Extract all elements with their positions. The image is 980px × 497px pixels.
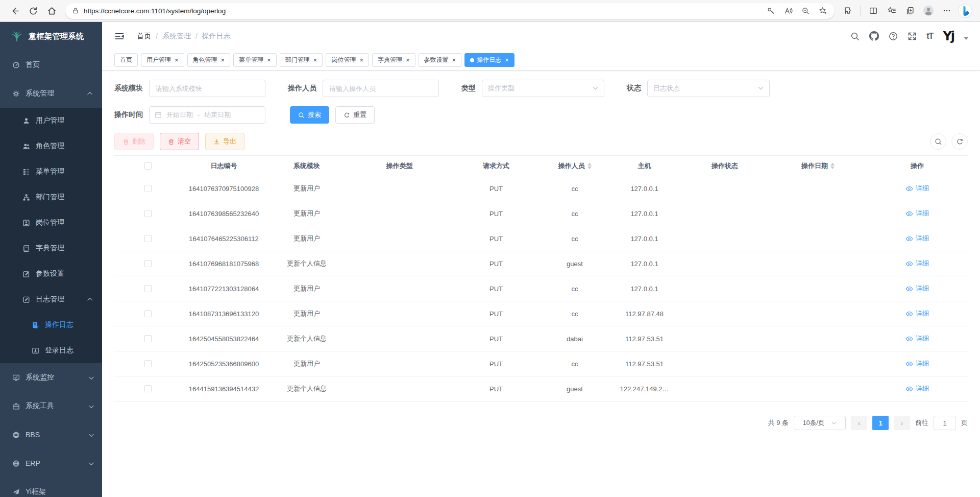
tab-部门管理[interactable]: 部门管理×	[280, 53, 323, 67]
detail-link-label: 详细	[916, 284, 929, 293]
row-checkbox[interactable]	[144, 285, 152, 292]
clear-button[interactable]: 清空	[160, 133, 199, 150]
sidebar-item-menu-mgmt[interactable]: 菜单管理	[0, 159, 102, 184]
profile-button[interactable]	[920, 3, 937, 19]
row-checkbox[interactable]	[144, 210, 152, 217]
back-button[interactable]	[6, 3, 23, 19]
sort-caret-icon[interactable]	[587, 163, 592, 169]
settings-more-button[interactable]	[938, 3, 955, 19]
detail-link[interactable]: 详细	[905, 309, 929, 318]
tab-用户管理[interactable]: 用户管理×	[141, 53, 184, 67]
tab-角色管理[interactable]: 角色管理×	[187, 53, 231, 67]
favorites-bar-button[interactable]	[883, 3, 900, 19]
close-icon[interactable]: ×	[359, 57, 363, 63]
sidebar-item-param-settings[interactable]: 参数设置	[0, 261, 102, 287]
collections-button[interactable]	[901, 3, 919, 19]
toggle-search-button[interactable]	[930, 133, 946, 150]
operator-input[interactable]	[323, 80, 439, 97]
close-icon[interactable]: ×	[452, 57, 456, 63]
next-page-button[interactable]: ›	[894, 416, 910, 430]
zoom-out-button[interactable]	[798, 4, 813, 18]
sidebar-item-bbs[interactable]: BBS	[0, 420, 102, 449]
detail-link[interactable]: 详细	[905, 209, 929, 218]
status-select[interactable]: 日志状态	[647, 80, 770, 97]
sidebar-item-system-monitor[interactable]: 系统监控	[0, 363, 102, 392]
read-aloud-button[interactable]	[780, 4, 796, 18]
app-logo[interactable]: 意框架管理系统	[0, 22, 102, 51]
row-checkbox[interactable]	[144, 335, 152, 342]
sidebar-item-yi-framework[interactable]: Yi框架	[0, 478, 102, 497]
tab-操作日志[interactable]: 操作日志×	[464, 53, 514, 67]
sidebar-item-system-mgmt[interactable]: 系统管理	[0, 79, 102, 108]
sidebar-item-home[interactable]: 首页	[0, 51, 102, 79]
font-size-button[interactable]: tT	[926, 32, 933, 41]
sidebar-item-log-mgmt[interactable]: 日志管理	[0, 287, 102, 312]
tab-参数设置[interactable]: 参数设置×	[419, 53, 462, 67]
sidebar-item-login-log[interactable]: 登录日志	[0, 338, 102, 363]
extensions-button[interactable]	[840, 3, 857, 19]
type-select[interactable]: 操作类型	[482, 80, 604, 97]
page-size-select[interactable]: 10条/页	[794, 416, 846, 430]
user-menu-caret-icon[interactable]	[964, 37, 969, 40]
reset-button[interactable]: 重置	[335, 106, 375, 124]
column-header-操作日期[interactable]: 操作日期	[769, 161, 867, 171]
refresh-button[interactable]	[24, 3, 42, 19]
tab-岗位管理[interactable]: 岗位管理×	[326, 53, 369, 67]
tab-首页[interactable]: 首页	[114, 53, 138, 67]
module-input[interactable]	[149, 80, 265, 97]
password-button[interactable]	[763, 4, 778, 18]
tab-菜单管理[interactable]: 菜单管理×	[233, 53, 277, 67]
sidebar-item-erp[interactable]: ERP	[0, 449, 102, 478]
page-1-button[interactable]: 1	[872, 416, 889, 430]
detail-link[interactable]: 详细	[905, 234, 929, 243]
home-button[interactable]	[43, 3, 60, 19]
close-icon[interactable]: ×	[221, 57, 225, 63]
sidebar-item-oper-log[interactable]: 操作日志	[0, 312, 102, 338]
detail-link[interactable]: 详细	[905, 334, 929, 343]
close-icon[interactable]: ×	[267, 57, 271, 63]
detail-link[interactable]: 详细	[905, 259, 929, 268]
sidebar-item-dict-mgmt[interactable]: 字典管理	[0, 235, 102, 261]
detail-link[interactable]: 详细	[905, 184, 929, 193]
favorite-add-button[interactable]	[815, 4, 830, 18]
detail-link[interactable]: 详细	[905, 384, 929, 393]
sidebar-collapse-button[interactable]	[114, 31, 125, 41]
header-search-button[interactable]	[850, 32, 860, 41]
row-checkbox[interactable]	[144, 260, 152, 267]
date-range-picker[interactable]: 开始日期 - 结束日期	[149, 106, 265, 124]
bing-chat-button[interactable]	[957, 3, 974, 19]
help-button[interactable]	[889, 32, 898, 41]
column-header-操作人员[interactable]: 操作人员	[541, 161, 608, 171]
refresh-table-button[interactable]	[951, 133, 968, 150]
detail-link[interactable]: 详细	[905, 359, 929, 368]
row-checkbox[interactable]	[144, 235, 152, 242]
close-icon[interactable]: ×	[313, 57, 317, 63]
split-screen-button[interactable]	[865, 3, 882, 19]
sidebar-item-post-mgmt[interactable]: 岗位管理	[0, 210, 102, 235]
row-checkbox[interactable]	[144, 385, 152, 392]
breadcrumb-home[interactable]: 首页	[137, 32, 151, 41]
close-icon[interactable]: ×	[175, 57, 179, 63]
delete-button[interactable]: 删除	[114, 133, 154, 150]
close-icon[interactable]: ×	[406, 57, 410, 63]
export-button[interactable]: 导出	[205, 133, 244, 150]
fullscreen-button[interactable]	[908, 32, 917, 41]
github-button[interactable]	[869, 31, 879, 41]
sidebar-item-role-mgmt[interactable]: 角色管理	[0, 133, 102, 159]
close-icon[interactable]: ×	[505, 57, 509, 63]
row-checkbox[interactable]	[144, 360, 152, 367]
detail-link[interactable]: 详细	[905, 284, 929, 293]
row-checkbox[interactable]	[144, 185, 152, 192]
sidebar-item-dept-mgmt[interactable]: 部门管理	[0, 184, 102, 210]
address-bar[interactable]: https://ccnetcore.com:1101/system/log/op…	[65, 3, 835, 19]
prev-page-button[interactable]: ‹	[851, 416, 867, 430]
user-avatar-logo[interactable]: Yj	[943, 30, 954, 42]
row-checkbox[interactable]	[144, 310, 152, 317]
goto-page-input[interactable]	[934, 416, 956, 430]
search-button[interactable]: 搜索	[290, 106, 329, 124]
select-all-checkbox[interactable]	[144, 162, 152, 170]
sidebar-item-user-mgmt[interactable]: 用户管理	[0, 108, 102, 133]
tab-字典管理[interactable]: 字典管理×	[372, 53, 415, 67]
sidebar-item-system-tools[interactable]: 系统工具	[0, 392, 102, 420]
sort-caret-icon[interactable]	[830, 163, 835, 169]
